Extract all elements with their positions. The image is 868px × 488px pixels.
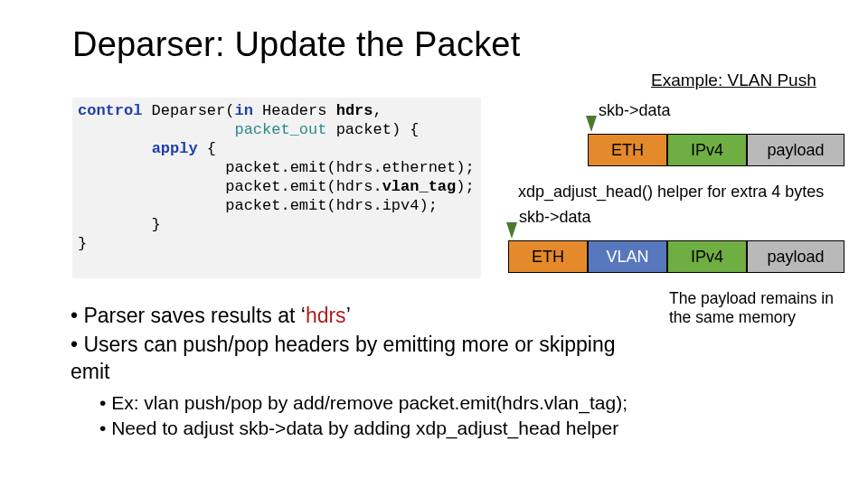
cell-payload: payload <box>747 134 844 166</box>
code-kw-apply: apply <box>152 140 198 157</box>
code-kw-control: control <box>78 102 142 119</box>
code-text: packet) { <box>326 121 419 138</box>
cell-vlan: VLAN <box>588 240 667 273</box>
example-heading: Example: VLAN Push <box>651 70 816 90</box>
sub-bullet-2: • Need to adjust skb->data by adding xdp… <box>99 416 850 440</box>
xdp-helper-text: xdp_adjust_head() helper for extra 4 byt… <box>518 183 824 202</box>
arrow-down-icon <box>586 116 597 132</box>
code-text: ); <box>456 178 474 195</box>
slide-title: Deparser: Update the Packet <box>72 25 520 64</box>
code-line: } <box>78 216 161 233</box>
code-indent <box>78 121 234 138</box>
payload-note: The payload remains in the same memory <box>669 289 850 327</box>
code-vlan-tag: vlan_tag <box>382 178 457 195</box>
cell-eth: ETH <box>588 134 667 166</box>
code-text: , <box>373 102 382 119</box>
cell-eth: ETH <box>508 240 588 273</box>
skb-data-label-2: skb->data <box>519 208 591 227</box>
cell-payload: payload <box>747 240 844 273</box>
sub-bullet-1: • Ex: vlan push/pop by add/remove packet… <box>99 390 850 415</box>
code-indent <box>78 140 152 157</box>
code-type-packetout: packet_out <box>234 121 326 138</box>
skb-data-label-1: skb->data <box>599 101 671 120</box>
code-text: { <box>198 140 216 157</box>
bullet-text: ’ <box>346 304 351 327</box>
cell-ipv4: IPv4 <box>667 134 747 166</box>
packet-row-after: ETH VLAN IPv4 payload <box>508 240 844 273</box>
bullet-text: • Parser saves results at ‘ <box>71 304 306 327</box>
code-line: packet.emit(hdrs.ethernet); <box>78 159 475 176</box>
code-block: control Deparser(in Headers hdrs, packet… <box>72 98 481 278</box>
code-text: Headers <box>253 102 336 119</box>
arrow-down-icon <box>506 222 517 239</box>
code-line: packet.emit(hdrs. <box>78 178 382 195</box>
packet-row-before: ETH IPv4 payload <box>588 134 844 166</box>
code-line: } <box>78 235 87 252</box>
bullet-2: • Users can push/pop headers by emitting… <box>71 331 649 385</box>
code-kw-in: in <box>234 102 252 119</box>
slide: Deparser: Update the Packet control Depa… <box>0 0 868 488</box>
bullet-hdrs: hdrs <box>306 304 346 327</box>
code-line: packet.emit(hdrs.ipv4); <box>78 197 438 214</box>
code-hdrs: hdrs <box>336 102 373 119</box>
code-text: Deparser( <box>142 102 234 119</box>
cell-ipv4: IPv4 <box>667 240 747 273</box>
bullet-1: • Parser saves results at ‘hdrs’ <box>71 302 351 329</box>
